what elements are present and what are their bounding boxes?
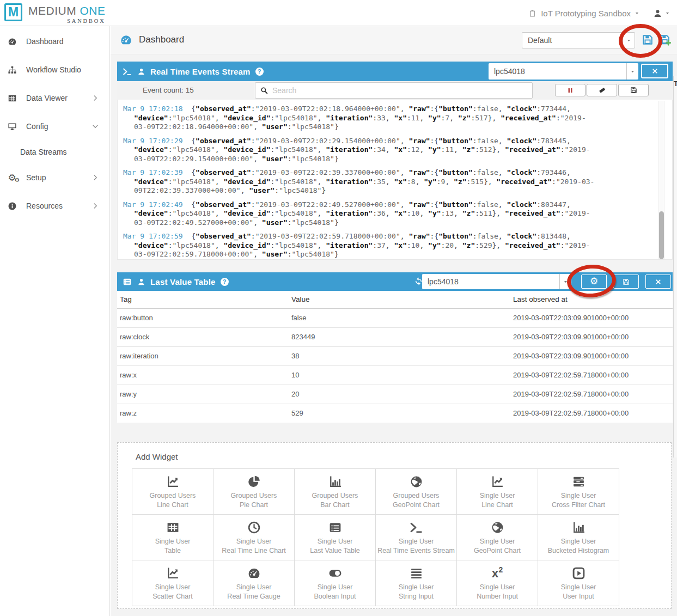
- caret-down-icon: [564, 280, 568, 284]
- widget-label-line1: Single User: [561, 537, 596, 546]
- help-icon[interactable]: ?: [255, 68, 264, 76]
- table-icon: [166, 519, 180, 535]
- table-row: raw:clock8234492019-03-09T22:03:09.90100…: [117, 327, 673, 346]
- chevron-right-icon: [92, 174, 99, 181]
- widget-label-line2: Line Chart: [157, 501, 188, 510]
- stream-close-button[interactable]: [641, 64, 668, 78]
- last-value-device-value: lpc54018: [422, 277, 559, 286]
- brand-logo-mark[interactable]: M: [4, 3, 22, 21]
- widget-label-line2: Bucketed Histogram: [548, 546, 609, 556]
- chart-line-icon: [491, 473, 504, 490]
- logo-letter: M: [8, 5, 19, 20]
- stream-device-select[interactable]: lpc54018: [489, 63, 638, 80]
- brand-name-primary: MEDIUM: [28, 4, 76, 17]
- add-widget-single-user-bucketed-histogram[interactable]: Single UserBucketed Histogram: [538, 515, 619, 560]
- event-log-entry: Mar 9 17:02:59 {"observed_at":"2019-03-0…: [123, 232, 598, 259]
- user-menu[interactable]: [653, 9, 669, 18]
- save-dashboard-button[interactable]: [642, 34, 654, 46]
- last-value-device-select[interactable]: lpc54018: [422, 274, 571, 289]
- widget-label-line2: Scatter Chart: [153, 592, 193, 601]
- last-value-table: Tag Value Last observed at raw:buttonfal…: [117, 291, 673, 423]
- add-widget-single-user-real-time-events-stream[interactable]: Single UserReal Time Events Stream: [376, 515, 457, 560]
- export-button[interactable]: [618, 84, 649, 96]
- add-widget-grouped-users-geopoint-chart[interactable]: Grouped UsersGeoPoint Chart: [376, 469, 457, 515]
- search-input[interactable]: [272, 86, 527, 95]
- widget-label-line2: String Input: [399, 592, 434, 601]
- add-widget-single-user-number-input[interactable]: x2Single UserNumber Input: [457, 560, 538, 606]
- sidebar-item-dashboard[interactable]: Dashboard: [0, 27, 109, 56]
- gear-icon: ⚙: [590, 277, 599, 286]
- add-widget-single-user-string-input[interactable]: Single UserString Input: [376, 560, 457, 606]
- preset-value: Default: [522, 36, 623, 45]
- bars-icon: [410, 565, 423, 581]
- add-widget-single-user-line-chart[interactable]: Single UserLine Chart: [457, 469, 538, 515]
- gauge-icon: [247, 565, 261, 581]
- sidebar-item-label: Data Viewer: [26, 94, 68, 102]
- widget-label-line2: Cross Filter Chart: [552, 501, 605, 510]
- globe-icon: [410, 473, 423, 490]
- sidebar-item-workflow-studio[interactable]: Workflow Studio: [0, 56, 109, 84]
- add-widget-single-user-geopoint-chart[interactable]: Single UserGeoPoint Chart: [457, 515, 538, 560]
- add-widget-grouped-users-line-chart[interactable]: Grouped UsersLine Chart: [132, 469, 214, 515]
- value-cell: 823449: [289, 327, 510, 346]
- save-as-new-dashboard-button[interactable]: [659, 34, 671, 46]
- gauge-icon: [120, 34, 132, 46]
- project-selector[interactable]: IoT Prototyping Sandbox: [528, 9, 639, 18]
- clear-button[interactable]: [587, 84, 617, 96]
- settings-button[interactable]: ⚙: [581, 275, 607, 289]
- play-square-icon: [572, 565, 585, 581]
- add-widget-single-user-scatter-chart[interactable]: Single UserScatter Chart: [132, 560, 214, 606]
- preset-caret[interactable]: [623, 33, 635, 48]
- widget-label-line2: Real Time Events Stream: [377, 546, 455, 556]
- add-widget-single-user-real-time-line-chart[interactable]: Single UserReal Time Line Chart: [214, 515, 295, 560]
- clipboard-icon: [528, 9, 536, 17]
- add-widget-panel: Add Widget Grouped UsersLine ChartGroupe…: [117, 442, 672, 609]
- tag-cell: raw:y: [117, 385, 289, 404]
- list-alt-icon: [123, 277, 132, 286]
- add-widget-single-user-cross-filter-chart[interactable]: Single UserCross Filter Chart: [538, 469, 619, 515]
- widget-label-line2: Table: [164, 546, 181, 556]
- last-observed-cell: 2019-03-09T22:02:59.718000+00:00: [510, 404, 673, 423]
- event-log[interactable]: Mar 9 17:02:18 {"observed_at":"2019-03-0…: [117, 100, 673, 260]
- add-widget-grouped-users-bar-chart[interactable]: Grouped UsersBar Chart: [295, 469, 376, 515]
- right-edge-label: T: [674, 80, 677, 88]
- value-cell: 20: [289, 385, 510, 404]
- add-widget-single-user-table[interactable]: Single UserTable: [132, 515, 214, 560]
- stream-device-caret[interactable]: [626, 63, 638, 80]
- sidebar-item-resources[interactable]: Resources: [0, 192, 109, 220]
- sidebar-item-data-viewer[interactable]: Data Viewer: [0, 84, 109, 112]
- sidebar-item-config[interactable]: Config: [0, 112, 109, 141]
- dashboard-preset-select[interactable]: Default: [522, 32, 635, 48]
- save-widget-button[interactable]: [613, 275, 639, 289]
- pause-button[interactable]: [555, 84, 585, 96]
- add-widget-single-user-user-input[interactable]: Single UserUser Input: [538, 560, 619, 606]
- superscript-icon: x2: [492, 565, 503, 581]
- cross-filter-icon: [572, 473, 585, 490]
- chart-line-icon: [166, 565, 180, 581]
- help-icon[interactable]: ?: [221, 278, 229, 286]
- chart-pie-icon: [247, 473, 261, 490]
- table-row: raw:x102019-03-09T22:02:59.718000+00:00: [117, 365, 673, 385]
- widget-label-line1: Single User: [399, 537, 434, 546]
- last-value-device-caret[interactable]: [559, 274, 571, 289]
- log-scrollbar-thumb[interactable]: [659, 211, 664, 259]
- add-widget-grouped-users-pie-chart[interactable]: Grouped UsersPie Chart: [214, 469, 295, 515]
- tag-cell: raw:x: [117, 365, 289, 385]
- widget-label-line1: Grouped Users: [150, 491, 196, 501]
- add-widget-single-user-boolean-input[interactable]: Single UserBoolean Input: [295, 560, 376, 606]
- add-widget-single-user-last-value-table[interactable]: Single UserLast Value Table: [295, 515, 376, 560]
- user-icon: [653, 9, 662, 18]
- user-icon: [137, 278, 145, 286]
- last-observed-cell: 2019-03-09T22:02:59.718000+00:00: [510, 365, 673, 385]
- widget-label-line1: Single User: [480, 583, 515, 592]
- widget-label-line2: Bar Chart: [320, 501, 350, 510]
- widget-label-line1: Single User: [480, 491, 515, 501]
- caret-down-icon: [635, 11, 639, 15]
- sidebar-item-setup[interactable]: ⚙⚙Setup: [0, 163, 109, 192]
- stream-search[interactable]: [255, 82, 533, 99]
- top-header: M MEDIUM ONE SANDBOX IoT Prototyping San…: [0, 0, 677, 26]
- add-widget-single-user-real-time-gauge[interactable]: Single UserReal Time Gauge: [214, 560, 295, 606]
- last-value-close-button[interactable]: [645, 275, 671, 289]
- table-icon: [6, 94, 18, 103]
- sidebar-subitem-data-streams[interactable]: Data Streams: [0, 141, 109, 163]
